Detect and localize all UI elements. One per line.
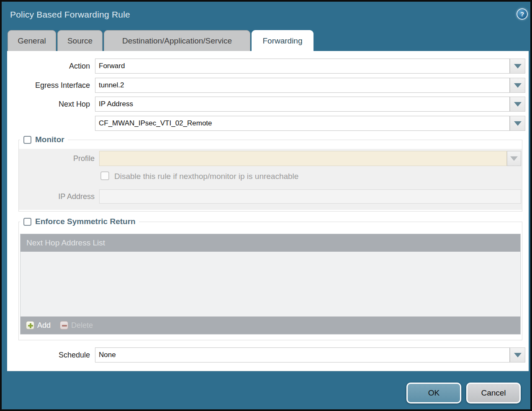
egress-interface-input[interactable] <box>95 78 510 93</box>
next-hop-type-input[interactable] <box>95 97 510 112</box>
minus-icon <box>60 321 68 329</box>
delete-button[interactable]: Delete <box>60 321 93 330</box>
monitor-panel: Profile Disable this rule if nexthop/mon… <box>19 149 522 210</box>
chevron-down-icon <box>514 102 522 107</box>
schedule-label: Schedule <box>7 347 90 362</box>
next-hop-label: Next Hop <box>7 97 90 112</box>
schedule-dropdown-button[interactable] <box>510 347 525 362</box>
next-hop-address-list-body[interactable] <box>21 252 520 317</box>
next-hop-address-input[interactable] <box>95 116 510 131</box>
add-button[interactable]: Add <box>26 321 51 330</box>
enforce-symmetric-return-checkbox[interactable] <box>23 218 31 226</box>
next-hop-address-table: Next Hop Address List Add Delete <box>20 234 521 334</box>
enforce-symmetric-return-title: Enforce Symmetric Return <box>35 217 136 226</box>
action-label: Action <box>7 59 90 74</box>
delete-button-label: Delete <box>71 321 93 330</box>
profile-input[interactable] <box>99 151 507 166</box>
chevron-down-icon <box>510 156 518 161</box>
next-hop-address-list-toolbar: Add Delete <box>21 317 520 334</box>
profile-dropdown-button[interactable] <box>507 151 521 166</box>
add-button-label: Add <box>37 321 51 330</box>
enforce-symmetric-return-group: Enforce Symmetric Return Next Hop Addres… <box>18 222 522 340</box>
monitor-group: Monitor Profile Disable this rule if nex… <box>18 140 522 212</box>
chevron-down-icon <box>514 121 522 126</box>
next-hop-address-list-header-label: Next Hop Address List <box>26 238 105 248</box>
monitor-checkbox[interactable] <box>23 136 31 144</box>
disable-rule-label: Disable this rule if nexthop/monitor ip … <box>114 172 298 181</box>
schedule-input[interactable] <box>95 347 510 362</box>
chevron-down-icon <box>514 64 522 69</box>
monitor-group-title: Monitor <box>35 135 64 144</box>
disable-rule-checkbox[interactable] <box>100 171 109 180</box>
egress-interface-dropdown-button[interactable] <box>510 78 525 93</box>
profile-label: Profile <box>19 151 95 166</box>
next-hop-address-list-header: Next Hop Address List <box>21 234 520 252</box>
chevron-down-icon <box>514 83 522 88</box>
plus-icon <box>26 321 34 329</box>
policy-based-forwarding-rule-dialog: Policy Based Forwarding Rule ? General S… <box>0 0 532 411</box>
egress-interface-label: Egress Interface <box>7 78 90 93</box>
next-hop-address-dropdown-button[interactable] <box>510 116 525 131</box>
action-dropdown-button[interactable] <box>510 59 525 74</box>
monitor-ip-address-input[interactable] <box>99 189 521 204</box>
monitor-ip-address-label: IP Address <box>19 189 95 204</box>
chevron-down-icon <box>514 353 522 357</box>
next-hop-type-dropdown-button[interactable] <box>510 97 525 112</box>
action-input[interactable] <box>95 59 510 74</box>
